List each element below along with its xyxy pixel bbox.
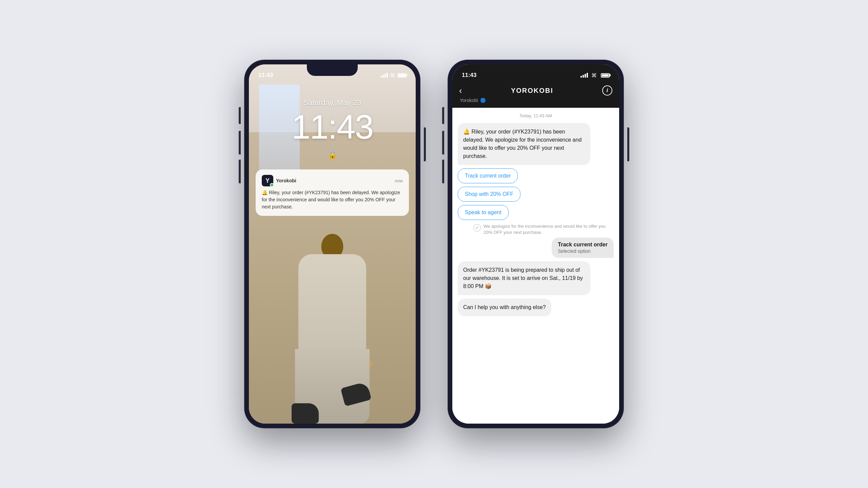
notification-app-icon: Y [262, 175, 273, 186]
app-initial: Y [265, 177, 270, 184]
notification-header: Y Yorokobi now [262, 175, 403, 186]
wifi-icon: ⌘ [390, 72, 395, 79]
order-response-message: Order #YK23791 is being prepared to ship… [458, 261, 590, 295]
mute-button[interactable] [239, 107, 241, 124]
notification-app-info: Y Yorokobi [262, 175, 296, 186]
app-active-dot [270, 183, 274, 187]
chat-sub-name: Yorokobi [460, 98, 478, 103]
lock-status-icons: ⌘ [380, 72, 406, 79]
selected-note: ✓ We apologize for the inconvenience and… [473, 223, 614, 236]
chat-header: ‹ YOROKOBI i Yorokobi 🔵 [452, 81, 619, 108]
bot-message: 🔔 Riley, your order (#YK23791) has been … [458, 123, 590, 165]
notification-card[interactable]: Y Yorokobi now 🔔 Riley, your order (#YK2… [256, 169, 409, 216]
notch [510, 64, 561, 76]
lock-time: 11:43 [249, 110, 416, 144]
mute-button[interactable] [442, 107, 444, 124]
option-shop-discount[interactable]: Shop with 20% OFF [458, 187, 520, 202]
info-button[interactable]: i [602, 85, 612, 96]
notch [307, 64, 358, 76]
volume-down-button[interactable] [442, 160, 444, 183]
chat-messages[interactable]: Today, 11:43 AM 🔔 Riley, your order (#YK… [452, 108, 619, 424]
signal-icon [380, 73, 388, 78]
chat-header-top: ‹ YOROKOBI i [459, 85, 612, 96]
power-button[interactable] [424, 127, 426, 161]
check-circle-icon: ✓ [473, 224, 481, 231]
volume-up-button[interactable] [239, 131, 241, 155]
battery-icon [397, 73, 406, 78]
battery-icon [601, 73, 610, 78]
person-suit [298, 254, 366, 356]
chat-status-icons: ⌘ [580, 72, 610, 79]
follow-up-message: Can I help you with anything else? [458, 299, 551, 316]
verified-icon: 🔵 [480, 98, 486, 103]
notification-time: now [395, 178, 403, 183]
volume-up-button[interactable] [442, 131, 444, 155]
option-speak-agent[interactable]: Speak to agent [458, 205, 509, 220]
chat-screen: 11:43 ⌘ ‹ YOROKOBI i [452, 64, 619, 424]
option-track-order[interactable]: Track current order [458, 168, 518, 183]
chat-screen-frame: 11:43 ⌘ ‹ YOROKOBI i [452, 64, 619, 424]
signal-icon [580, 73, 588, 78]
chat-timestamp: Today, 11:43 AM [458, 113, 614, 118]
notification-app-name: Yorokobi [276, 178, 296, 183]
selected-bubble: Track current order Selected option [552, 238, 614, 258]
lock-icon: 🔒 [249, 150, 416, 159]
phone-chat: 11:43 ⌘ ‹ YOROKOBI i [448, 60, 624, 428]
selected-sub: Selected option [558, 248, 608, 254]
lock-screen-frame: 11:43 ⌘ Saturday, May 23 11:43 🔒 [249, 64, 416, 424]
selected-title: Track current order [558, 242, 608, 248]
selected-option-wrapper: ✓ We apologize for the inconvenience and… [473, 223, 614, 258]
lock-date: Saturday, May 23 [249, 98, 416, 107]
lock-status-time: 11:43 [258, 72, 273, 79]
back-button[interactable]: ‹ [459, 86, 462, 95]
power-button[interactable] [627, 127, 629, 161]
selected-note-text: We apologize for the inconvenience and w… [484, 223, 614, 236]
phone-lock: 11:43 ⌘ Saturday, May 23 11:43 🔒 [244, 60, 420, 428]
chat-sub-header: Yorokobi 🔵 [459, 98, 612, 103]
chat-status-time: 11:43 [462, 72, 476, 79]
boot-left [292, 403, 319, 424]
person-figure [285, 186, 380, 424]
lock-screen: 11:43 ⌘ Saturday, May 23 11:43 🔒 [249, 64, 416, 424]
chat-brand-name: YOROKOBI [511, 87, 553, 95]
wifi-icon: ⌘ [591, 72, 597, 79]
volume-down-button[interactable] [239, 160, 241, 183]
notification-body: 🔔 Riley, your order (#YK23791) has been … [262, 189, 403, 210]
